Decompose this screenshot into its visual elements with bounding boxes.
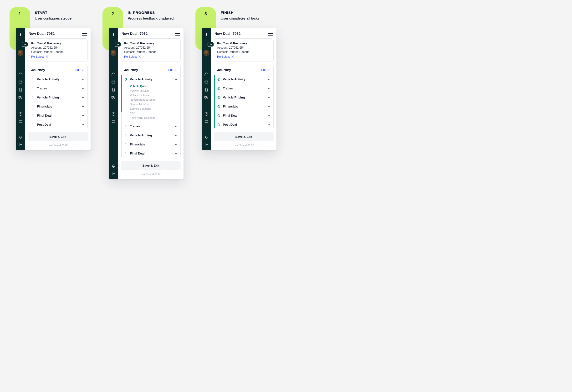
company-contact: Contact: Darlene Roberts — [31, 50, 85, 54]
stage-subtitle: Progress feedback displayed. — [128, 16, 184, 21]
reselect-link[interactable]: Re-Select — [217, 55, 235, 58]
document-icon[interactable] — [111, 87, 116, 92]
avatar[interactable] — [18, 50, 23, 56]
save-exit-button[interactable]: Save & Exit — [214, 132, 274, 141]
journey-heading: Journey — [124, 68, 138, 72]
rail-expand-button[interactable] — [115, 42, 121, 47]
journey-item-label: Vehicle Pricing — [130, 133, 172, 137]
reselect-link[interactable]: Re-Select — [124, 55, 142, 58]
journey-subitem[interactable]: Vehicle Mission — [130, 89, 177, 92]
journey-item[interactable]: Vehicle Activity — [214, 75, 273, 84]
journey-subitem[interactable]: Service Solutions — [130, 107, 177, 110]
reselect-link[interactable]: Re-Select — [31, 55, 49, 58]
rail-expand-button[interactable] — [22, 42, 28, 47]
chevron-down-icon — [81, 96, 85, 99]
account-icon[interactable] — [18, 80, 23, 84]
journey-item[interactable]: Post Deal — [214, 120, 273, 129]
home-icon[interactable] — [111, 72, 116, 77]
app-logo[interactable]: T — [205, 31, 208, 38]
journey-item-label: Post Deal — [37, 123, 79, 126]
document-icon[interactable] — [204, 87, 208, 92]
journey-subitem[interactable]: TSC — [130, 112, 177, 115]
chat-icon[interactable] — [204, 119, 208, 124]
chevron-down-icon — [81, 78, 85, 81]
last-saved-label: Last Saved 00:00 — [214, 144, 274, 147]
chat-icon[interactable] — [18, 119, 23, 124]
journey-item[interactable]: Post Deal — [28, 120, 87, 129]
exit-icon[interactable] — [18, 142, 23, 147]
journey-heading: Journey — [31, 68, 45, 72]
journey-item[interactable]: Trades — [214, 84, 273, 93]
journey-edit-link[interactable]: Edit — [75, 68, 85, 72]
journey-item[interactable]: Financials — [121, 140, 180, 149]
company-card: Pro Tow & Recovery Account: 207952-654 C… — [121, 38, 181, 62]
journey-subitem[interactable]: Recommended Spec — [130, 98, 177, 101]
journey-item[interactable]: Vehicle Activity — [28, 75, 87, 84]
app-logo[interactable]: T — [112, 31, 115, 38]
stage-title: START — [35, 11, 91, 15]
rail-expand-button[interactable] — [207, 42, 214, 47]
menu-button[interactable] — [175, 32, 180, 35]
avatar[interactable] — [204, 50, 209, 56]
status-pending-icon — [31, 96, 34, 99]
journey-item-label: Trades — [130, 124, 172, 128]
account-icon[interactable] — [204, 80, 208, 84]
journey-edit-link[interactable]: Edit — [168, 68, 177, 72]
reselect-icon — [138, 55, 142, 58]
journey-item[interactable]: Final Deal — [28, 111, 87, 120]
reselect-icon — [231, 55, 235, 58]
journey-item[interactable]: Vehicle Pricing — [28, 93, 87, 102]
save-exit-button[interactable]: Save & Exit — [28, 132, 88, 141]
clock-icon[interactable] — [111, 112, 116, 116]
save-exit-button[interactable]: Save & Exit — [121, 161, 181, 170]
app-logo[interactable]: T — [19, 31, 22, 38]
truck-icon[interactable] — [18, 95, 23, 99]
chevron-up-icon — [174, 78, 177, 81]
journey-item-label: Financials — [223, 105, 265, 108]
journey-item[interactable]: Final Deal — [121, 149, 180, 158]
reselect-icon — [45, 55, 49, 58]
last-saved-label: Last Saved 00:00 — [121, 173, 181, 176]
chat-icon[interactable] — [111, 119, 116, 124]
menu-button[interactable] — [268, 32, 273, 35]
journey-item[interactable]: Trades — [28, 84, 87, 93]
account-icon[interactable] — [111, 80, 116, 84]
status-complete-icon — [217, 105, 221, 108]
nav-rail: T — [202, 28, 211, 150]
journey-item[interactable]: Financials — [28, 102, 87, 111]
clock-icon[interactable] — [18, 112, 23, 116]
journey-item[interactable]: Financials — [214, 102, 273, 111]
truck-icon[interactable] — [111, 95, 116, 99]
journey-item[interactable]: Vehicle Pricing — [121, 131, 180, 140]
chevron-down-icon — [81, 105, 85, 108]
bell-icon[interactable] — [18, 135, 23, 139]
clock-icon[interactable] — [204, 112, 208, 116]
company-card: Pro Tow & Recovery Account: 207952-654 C… — [28, 38, 88, 62]
menu-button[interactable] — [82, 32, 87, 35]
journey-item[interactable]: Final Deal — [214, 111, 273, 120]
home-icon[interactable] — [18, 72, 23, 77]
journey-subitem[interactable]: Third Party Solutions — [130, 116, 177, 119]
journey-item-label: Final Deal — [223, 114, 265, 117]
exit-icon[interactable] — [204, 142, 208, 147]
journey-edit-link[interactable]: Edit — [261, 68, 270, 72]
bell-icon[interactable] — [204, 135, 208, 139]
status-pending-icon — [31, 114, 34, 117]
journey-item-expanded[interactable]: Vehicle Activity — [121, 75, 180, 84]
journey-item-label: Vehicle Pricing — [223, 96, 265, 99]
bell-icon[interactable] — [111, 163, 116, 168]
journey-subitem[interactable]: Vehicle Options — [130, 94, 177, 97]
journey-item[interactable]: Vehicle Pricing — [214, 93, 273, 102]
journey-subitem[interactable]: Dealer Add-Ons — [130, 103, 177, 106]
truck-icon[interactable] — [204, 95, 208, 99]
exit-icon[interactable] — [111, 171, 116, 176]
home-icon[interactable] — [204, 72, 208, 77]
stage-header: START User configures stepper. — [10, 7, 91, 24]
chevron-down-icon — [174, 143, 177, 146]
stage-start: 1 START User configures stepper. T — [10, 7, 91, 179]
journey-item[interactable]: Trades — [121, 122, 180, 131]
nav-rail: T — [16, 28, 25, 150]
avatar[interactable] — [111, 50, 116, 56]
document-icon[interactable] — [18, 87, 23, 92]
journey-subitem[interactable]: Vehicle Quote — [130, 85, 177, 87]
